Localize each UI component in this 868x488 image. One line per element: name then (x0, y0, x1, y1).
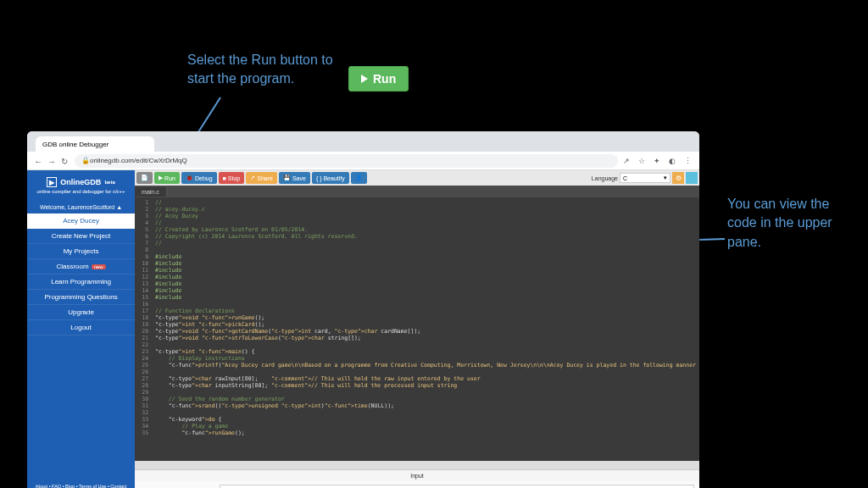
menu-icon[interactable]: ⋮ (684, 157, 693, 165)
sidebar-item-my-projects[interactable]: My Projects (27, 244, 135, 259)
settings-button[interactable]: ⚙ (672, 172, 684, 184)
forward-icon[interactable]: → (47, 157, 56, 165)
code-area[interactable]: // // acey-ducey.c // Acey Ducey // // C… (152, 197, 699, 461)
sidebar-item-logout[interactable]: Logout (27, 320, 135, 336)
file-tabs: main.c (135, 186, 699, 197)
user-button[interactable]: 👤 (351, 172, 367, 184)
reload-icon[interactable]: ↻ (61, 157, 70, 165)
browser-tab-bar: GDB online Debugger (27, 131, 699, 152)
toolbar: 📄 ▶ Run 🐞 Debug ■ Stop ↗ Share 💾 Save { … (135, 170, 699, 186)
extra-button[interactable] (686, 172, 698, 184)
run-label: Run (373, 72, 396, 86)
sidebar-item-questions[interactable]: Programming Questions (27, 290, 135, 305)
browser-url-bar: ← → ↻ 🔒 onlinegdb.com/edit/CwXrDrMqQ ↗ ☆… (27, 152, 699, 170)
sidebar-item-classroom[interactable]: Classroom (27, 259, 135, 274)
sidebar-item-project[interactable]: Acey Ducey (27, 214, 135, 229)
share-button[interactable]: ↗ Share (246, 172, 277, 184)
back-icon[interactable]: ← (34, 157, 42, 165)
main-area: 📄 ▶ Run 🐞 Debug ■ Stop ↗ Share 💾 Save { … (135, 170, 699, 488)
tagline: online compiler and debugger for c/c++ (34, 189, 128, 194)
sidebar-item-learn[interactable]: Learn Programming (27, 274, 135, 290)
brand-badge: beta (104, 180, 114, 185)
file-tab-main[interactable]: main.c (135, 187, 167, 197)
debug-button[interactable]: 🐞 Debug (181, 172, 217, 184)
browser-window: GDB online Debugger ← → ↻ 🔒 onlinegdb.co… (27, 131, 699, 488)
brand-text: OnlineGDB (60, 178, 101, 186)
annotation-code-text: You can view the code in the upper pane. (727, 195, 854, 252)
profile-icon[interactable]: ◐ (669, 157, 677, 165)
language-select[interactable]: C▾ (620, 173, 670, 183)
app-body: ▶ OnlineGDB beta online compiler and deb… (27, 170, 699, 488)
logo-area: ▶ OnlineGDB beta online compiler and deb… (27, 170, 135, 201)
annotation-run-text: Select the Run button to start the progr… (187, 51, 340, 89)
code-editor[interactable]: ‹ 12345678910111213141516171819202122232… (135, 197, 699, 461)
new-file-button[interactable]: 📄 (136, 172, 153, 184)
language-label: Language (592, 175, 618, 181)
sidebar: ▶ OnlineGDB beta online compiler and deb… (27, 170, 135, 488)
share-icon[interactable]: ↗ (623, 157, 632, 165)
run-button[interactable]: ▶ Run (154, 172, 180, 184)
input-tab[interactable]: Input (135, 469, 699, 481)
logo-icon: ▶ (47, 177, 57, 187)
sidebar-footer: About • FAQ • Blog • Terms of Use • Cont… (27, 478, 135, 488)
line-gutter: 1234567891011121314151617181920212223242… (135, 197, 152, 461)
sidebar-item-upgrade[interactable]: Upgrade (27, 305, 135, 320)
extension-icon[interactable]: ✦ (654, 157, 662, 165)
run-button-illustration: Run (348, 66, 409, 92)
save-button[interactable]: 💾 Save (279, 172, 310, 184)
star-icon[interactable]: ☆ (638, 157, 647, 165)
welcome-row[interactable]: Welcome, LaurenceScotford ▲ (27, 201, 135, 214)
play-icon (361, 75, 368, 83)
beautify-button[interactable]: { } Beautify (312, 172, 349, 184)
browser-tab[interactable]: GDB online Debugger (36, 136, 154, 152)
stop-button[interactable]: ■ Stop (219, 172, 245, 184)
cmd-args-input[interactable] (220, 485, 694, 488)
url-field[interactable]: 🔒 onlinegdb.com/edit/CwXrDrMqQ (75, 154, 618, 168)
horizontal-scrollbar[interactable] (135, 461, 699, 469)
input-panel: Command line arguments: Standard Input: … (135, 481, 699, 488)
sidebar-item-new-project[interactable]: Create New Project (27, 229, 135, 244)
